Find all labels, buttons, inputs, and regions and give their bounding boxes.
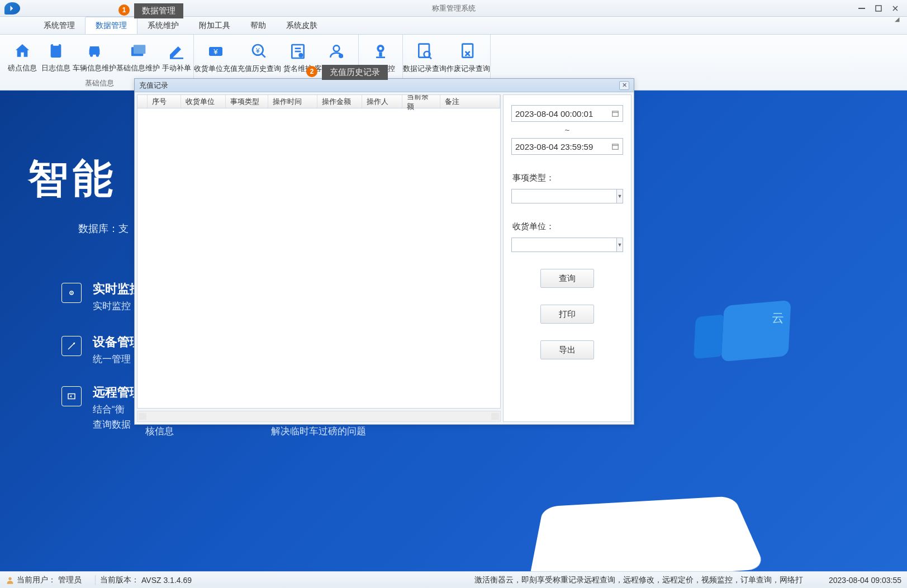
dropdown-icon[interactable]: ▼	[616, 238, 623, 252]
subwindow-titlebar[interactable]: 充值记录 ✕	[135, 79, 634, 92]
svg-text:¥: ¥	[255, 47, 260, 55]
remote-icon	[61, 386, 82, 406]
svg-rect-7	[134, 45, 145, 54]
menu-addon-tools[interactable]: 附加工具	[189, 17, 240, 34]
ribbon-basic-maintenance[interactable]: 基础信息维护	[116, 36, 160, 78]
person-gear-icon	[327, 42, 346, 61]
records-table[interactable]: 序号 收货单位 事项类型 操作时间 操作金额 操作人 当前余额 备注	[137, 94, 501, 409]
table-panel: 序号 收货单位 事项类型 操作时间 操作金额 操作人 当前余额 备注	[135, 92, 503, 424]
ribbon-expand-icon[interactable]: ◢	[895, 16, 899, 23]
filter-type-input[interactable]	[512, 189, 616, 203]
feature-monitor: 实时监控 实时监控	[61, 281, 142, 312]
svg-rect-30	[612, 111, 619, 116]
calendar-icon[interactable]	[611, 142, 620, 151]
dropdown-icon[interactable]: ▼	[616, 189, 623, 203]
feature-remote: 远程管理 结合“衡 查询数据	[61, 384, 142, 431]
date-separator: ~	[510, 125, 624, 135]
svg-point-34	[8, 577, 11, 580]
col-amount[interactable]: 操作金额	[317, 95, 362, 108]
minimize-button[interactable]	[857, 3, 867, 13]
device-icon	[61, 336, 82, 356]
col-time[interactable]: 操作时间	[268, 95, 317, 108]
car-icon	[85, 41, 104, 60]
status-datetime: 2023-08-04 09:03:55	[829, 576, 901, 585]
ribbon-recharge-history[interactable]: ¥ 充值历史查询	[238, 36, 281, 80]
svg-point-5	[96, 54, 99, 56]
svg-rect-25	[462, 44, 473, 58]
menu-system-management[interactable]: 系统管理	[34, 17, 85, 34]
svg-rect-22	[376, 56, 385, 58]
date-from-input[interactable]: 2023-08-04 00:00:01	[511, 105, 623, 122]
table-header-row: 序号 收货单位 事项类型 操作时间 操作金额 操作人 当前余额 备注	[137, 95, 500, 108]
svg-text:¥: ¥	[213, 48, 218, 56]
bg-extra-1: 核信息	[145, 425, 174, 438]
maximize-button[interactable]	[873, 3, 884, 13]
col-remark[interactable]: 备注	[440, 95, 500, 108]
col-type[interactable]: 事项类型	[226, 95, 268, 108]
svg-rect-32	[612, 144, 619, 149]
edit-icon	[167, 41, 186, 60]
filter-unit-input[interactable]	[512, 238, 616, 252]
list-icon	[288, 42, 307, 61]
status-bar: 当前用户： 管理员 当前版本： AVSZ 3.1.4.69 激活衡器云，即刻享受…	[0, 571, 907, 588]
svg-rect-1	[876, 6, 881, 11]
callout-tooltip-1: 数据管理	[134, 3, 183, 18]
close-button[interactable]	[890, 3, 900, 13]
ribbon-station-info[interactable]: 磅点信息	[6, 36, 39, 78]
window-title: 称重管理系统	[432, 3, 476, 13]
monitor-icon	[61, 283, 82, 303]
user-icon	[6, 576, 15, 585]
svg-rect-8	[170, 58, 183, 59]
filter-unit-label: 收货单位：	[512, 221, 624, 232]
status-user: 当前用户： 管理员	[6, 575, 91, 585]
date-to-input[interactable]: 2023-08-04 23:59:59	[511, 138, 623, 155]
svg-rect-21	[379, 52, 382, 56]
filter-type-label: 事项类型：	[512, 173, 624, 183]
bg-headline: 智能	[28, 152, 117, 206]
ribbon-unit-recharge[interactable]: ¥ 收货单位充值	[194, 36, 238, 80]
menu-data-management[interactable]: 数据管理	[85, 17, 137, 34]
cards-icon	[129, 41, 148, 60]
feature-device: 设备管理 统一管理	[61, 334, 142, 366]
filter-unit-combo[interactable]: ▼	[511, 238, 623, 252]
ribbon-vehicle-maintenance[interactable]: 车辆信息维护	[73, 36, 116, 78]
ribbon-void-query[interactable]: 作废记录查询	[447, 36, 490, 80]
subwindow-close-button[interactable]: ✕	[619, 81, 629, 90]
query-button[interactable]: 查询	[540, 269, 594, 288]
ribbon-data-query[interactable]: 数据记录查询	[403, 36, 447, 80]
callout-marker-2: 2	[306, 66, 317, 77]
ribbon-log-info[interactable]: 日志信息	[39, 36, 73, 78]
svg-point-27	[71, 292, 72, 293]
svg-point-4	[90, 54, 93, 56]
money-search-icon: ¥	[250, 42, 269, 61]
col-unit[interactable]: 收货单位	[181, 95, 226, 108]
void-doc-icon	[459, 42, 478, 61]
print-button[interactable]: 打印	[540, 305, 594, 324]
filter-type-combo[interactable]: ▼	[511, 189, 623, 203]
bg-extra-2: 解决临时车过磅的问题	[271, 425, 366, 438]
svg-point-18	[339, 54, 343, 58]
menu-help[interactable]: 帮助	[240, 17, 276, 34]
col-balance[interactable]: 当前余额	[402, 95, 440, 108]
tablet-illustration	[528, 496, 766, 571]
export-button[interactable]: 导出	[540, 340, 594, 359]
truck-illustration: 云	[672, 275, 795, 376]
col-serial[interactable]: 序号	[148, 95, 181, 108]
svg-rect-3	[53, 42, 59, 45]
money-icon: ¥	[206, 42, 225, 61]
horizontal-scrollbar[interactable]	[137, 411, 501, 422]
filter-panel: 2023-08-04 00:00:01 ~ 2023-08-04 23:59:5…	[503, 94, 631, 422]
bg-db-label: 数据库：支	[78, 222, 129, 235]
svg-rect-2	[51, 44, 61, 58]
menu-bar: 系统管理 数据管理 系统维护 附加工具 帮助 系统皮肤	[0, 17, 907, 35]
ribbon-manual-order[interactable]: 手动补单	[160, 36, 193, 78]
camera-icon	[371, 42, 390, 61]
menu-skin[interactable]: 系统皮肤	[276, 17, 327, 34]
col-operator[interactable]: 操作人	[362, 95, 402, 108]
home-icon	[13, 41, 32, 60]
menu-system-maintenance[interactable]: 系统维护	[137, 17, 189, 34]
svg-point-20	[379, 47, 382, 50]
calendar-icon[interactable]	[611, 109, 620, 118]
search-doc-icon	[415, 42, 434, 61]
status-promo: 激活衡器云，即刻享受称重记录远程查询，远程修改，远程定价，视频监控，订单查询，网…	[474, 575, 812, 585]
